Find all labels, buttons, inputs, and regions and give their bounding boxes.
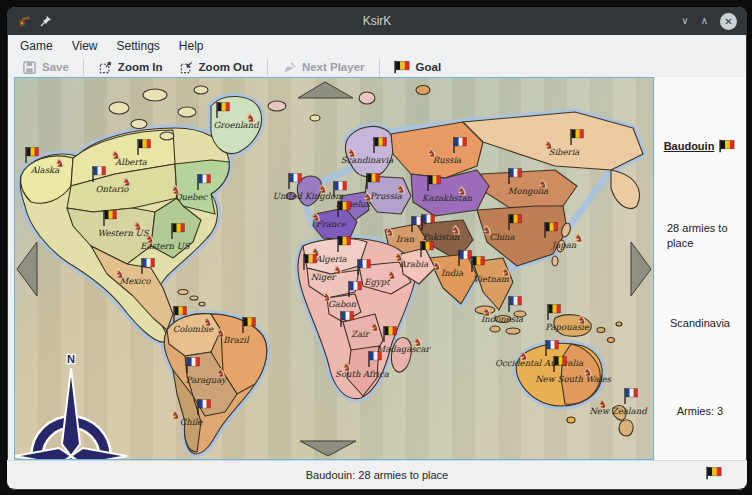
territory-label: Brazil (223, 335, 250, 345)
territory-label: Zair (351, 329, 371, 339)
cavalier-unit[interactable]: ♞ (318, 182, 329, 196)
territory-label: Iran (396, 234, 414, 244)
goal-button[interactable]: Goal (386, 58, 450, 76)
territory-label: New South Wales (535, 374, 611, 384)
zoom-out-icon (179, 60, 194, 75)
menu-game[interactable]: Game (20, 39, 53, 53)
cavalier-unit[interactable]: ♞ (396, 182, 407, 196)
map-panel: Alaska♞Alberta♞Ontario♞Quebec♞Western US… (14, 77, 654, 460)
territory-label: India (441, 268, 464, 278)
belgium-flag-icon (394, 60, 411, 74)
territory-label: China (489, 232, 515, 242)
ksirk-window: KsirK ∨ ∧ ✕ GameViewSettingsHelp SaveZoo… (6, 6, 748, 491)
cavalier-unit[interactable]: ♞ (216, 326, 227, 340)
toolbar-button-label: Next Player (302, 61, 365, 73)
toolbar: SaveZoom InZoom OutNext PlayerGoal (7, 56, 747, 78)
window-title: KsirK (7, 14, 747, 28)
cavalier-unit[interactable]: ♞ (394, 250, 405, 264)
cavalier-unit[interactable]: ♞ (451, 223, 462, 237)
toolbar-separator (379, 59, 380, 76)
cavalier-unit[interactable]: ♞ (322, 290, 333, 304)
compass-north-label: N (67, 353, 75, 365)
highlighted-country-label: Scandinavia (655, 317, 745, 329)
zoom-out-button[interactable]: Zoom Out (171, 58, 261, 77)
toolbar-separator (83, 59, 84, 76)
armies-to-place-label: 28 armies to place (667, 221, 739, 251)
status-text: Baudouin: 28 armies to place (306, 469, 448, 481)
cavalier-unit[interactable]: ♞ (55, 156, 66, 170)
close-button[interactable]: ✕ (720, 13, 737, 30)
cavalier-unit[interactable]: ♞ (115, 267, 126, 281)
territory-label: Occidental Australia (495, 358, 584, 368)
cavalier-unit[interactable]: ♞ (544, 138, 555, 152)
cavalier-unit[interactable]: ♞ (370, 320, 381, 334)
toolbar-button-label: Zoom Out (199, 61, 253, 73)
cavalier-unit[interactable]: ♞ (311, 210, 322, 224)
toolbar-button-label: Goal (416, 61, 442, 73)
toolbar-button-label: Zoom In (118, 61, 163, 73)
belgium-flag-icon (706, 466, 723, 480)
cavalier-unit[interactable]: ♞ (482, 305, 493, 319)
cavalier-unit[interactable]: ♞ (342, 360, 353, 374)
cavalier-unit[interactable]: ♞ (432, 259, 443, 273)
player-name-link[interactable]: Baudouin (664, 140, 715, 152)
ksirk-app-icon (17, 15, 31, 27)
world-map[interactable]: Alaska♞Alberta♞Ontario♞Quebec♞Western US… (15, 78, 653, 459)
floppy-icon (22, 60, 37, 75)
cavalier-unit[interactable]: ♞ (482, 223, 493, 237)
statusbar: Baudouin: 28 armies to place (7, 460, 747, 488)
cavalier-unit[interactable]: ♞ (333, 263, 344, 277)
next-player-icon (282, 60, 297, 75)
cavalier-unit[interactable]: ♞ (385, 225, 396, 239)
zoom-in-icon (98, 60, 113, 75)
toolbar-button-label: Save (42, 61, 69, 73)
cavalier-unit[interactable]: ♞ (246, 111, 257, 125)
cavalier-unit[interactable]: ♞ (171, 408, 182, 422)
menu-help[interactable]: Help (179, 39, 204, 53)
player-sidebar: Baudouin 28 armies to place Scandinavia … (655, 77, 745, 460)
cavalier-unit[interactable]: ♞ (583, 365, 594, 379)
save-button[interactable]: Save (14, 58, 77, 77)
cavalier-unit[interactable]: ♞ (519, 349, 530, 363)
cavalier-unit[interactable]: ♞ (347, 146, 358, 160)
cavalier-unit[interactable]: ♞ (133, 219, 144, 233)
armies-count-label: Armies: 3 (655, 405, 745, 417)
maximize-button[interactable]: ∧ (701, 16, 708, 26)
territory-label: Chile (180, 417, 203, 427)
cavalier-unit[interactable]: ♞ (598, 397, 609, 411)
cavalier-unit[interactable]: ♞ (457, 184, 468, 198)
menu-settings[interactable]: Settings (116, 39, 159, 53)
zoom-in-button[interactable]: Zoom In (90, 58, 171, 77)
cavalier-unit[interactable]: ♞ (122, 175, 133, 189)
pin-icon[interactable] (40, 15, 52, 27)
cavalier-unit[interactable]: ♞ (387, 268, 398, 282)
cavalier-unit[interactable]: ♞ (111, 148, 122, 162)
cavalier-unit[interactable]: ♞ (145, 232, 156, 246)
menu-view[interactable]: View (72, 39, 98, 53)
cavalier-unit[interactable]: ♞ (203, 315, 214, 329)
menubar: GameViewSettingsHelp (7, 35, 747, 56)
belgium-flag-icon (719, 139, 736, 153)
cavalier-unit[interactable]: ♞ (413, 335, 424, 349)
titlebar: KsirK ∨ ∧ ✕ (7, 7, 747, 35)
cavalier-unit[interactable]: ♞ (216, 366, 227, 380)
cavalier-unit[interactable]: ♞ (538, 177, 549, 191)
cavalier-unit[interactable]: ♞ (501, 265, 512, 279)
minimize-button[interactable]: ∨ (681, 16, 688, 26)
player-row: Baudouin (655, 139, 745, 153)
cavalier-unit[interactable]: ♞ (171, 183, 182, 197)
next-player-button[interactable]: Next Player (274, 58, 373, 77)
cavalier-unit[interactable]: ♞ (427, 146, 438, 160)
cavalier-unit[interactable]: ♞ (574, 231, 585, 245)
cavalier-unit[interactable]: ♞ (577, 313, 588, 327)
toolbar-separator (267, 59, 268, 76)
